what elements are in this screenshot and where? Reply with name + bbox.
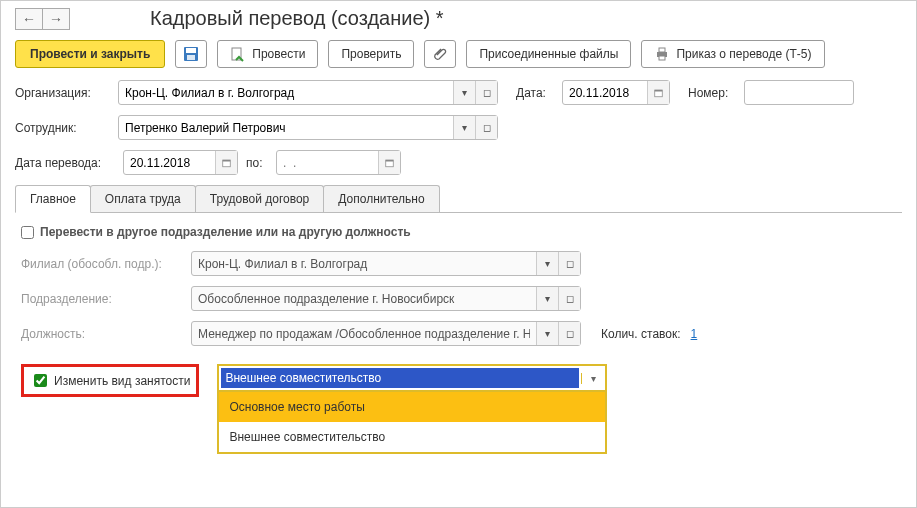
employee-input[interactable] <box>119 116 453 139</box>
position-open-button: ◻ <box>558 322 580 345</box>
position-field: ▾ ◻ <box>191 321 581 346</box>
department-input <box>192 287 536 310</box>
occupation-option-external[interactable]: Внешнее совместительство <box>219 422 605 452</box>
occupation-option-main[interactable]: Основное место работы <box>219 392 605 422</box>
chevron-down-icon: ▾ <box>545 328 550 339</box>
tab-contract[interactable]: Трудовой договор <box>195 185 324 212</box>
chevron-down-icon: ▾ <box>545 258 550 269</box>
to-date-field[interactable] <box>276 150 401 175</box>
occupation-selected: Внешнее совместительство <box>221 368 579 388</box>
position-label: Должность: <box>21 327 181 341</box>
number-label: Номер: <box>688 86 736 100</box>
employee-dropdown-button[interactable]: ▾ <box>453 116 475 139</box>
floppy-disk-icon <box>183 46 199 62</box>
occupation-dropdown[interactable]: Внешнее совместительство ▾ Основное мест… <box>217 364 607 392</box>
svg-rect-5 <box>659 48 665 52</box>
chevron-down-icon: ▾ <box>591 373 596 384</box>
organization-field[interactable]: ▾ ◻ <box>118 80 498 105</box>
branch-input <box>192 252 536 275</box>
position-dropdown-button: ▾ <box>536 322 558 345</box>
organization-dropdown-button[interactable]: ▾ <box>453 81 475 104</box>
date-field[interactable] <box>562 80 670 105</box>
printer-icon <box>654 46 670 62</box>
save-button[interactable] <box>175 40 207 68</box>
date-calendar-button[interactable] <box>647 81 669 104</box>
transfer-checkbox[interactable] <box>21 226 34 239</box>
branch-field: ▾ ◻ <box>191 251 581 276</box>
transfer-date-label: Дата перевода: <box>15 156 115 170</box>
branch-open-button: ◻ <box>558 252 580 275</box>
tab-extra[interactable]: Дополнительно <box>323 185 439 212</box>
tab-payment[interactable]: Оплата труда <box>90 185 196 212</box>
transfer-date-calendar-button[interactable] <box>215 151 237 174</box>
paperclip-icon <box>432 46 448 62</box>
branch-dropdown-button: ▾ <box>536 252 558 275</box>
chevron-down-icon: ▾ <box>545 293 550 304</box>
open-icon: ◻ <box>566 293 574 304</box>
page-title: Кадровый перевод (создание) * <box>150 7 444 30</box>
svg-rect-8 <box>655 90 663 92</box>
employee-field[interactable]: ▾ ◻ <box>118 115 498 140</box>
to-date-input[interactable] <box>277 151 378 174</box>
open-icon: ◻ <box>566 328 574 339</box>
calendar-icon <box>385 157 394 169</box>
date-input[interactable] <box>563 81 647 104</box>
svg-rect-6 <box>659 56 665 60</box>
nav-forward-button[interactable]: → <box>42 8 70 30</box>
to-label: по: <box>246 156 268 170</box>
number-field[interactable] <box>744 80 854 105</box>
post-icon <box>230 46 246 62</box>
position-input <box>192 322 536 345</box>
change-occupation-checkbox[interactable] <box>34 374 47 387</box>
department-label: Подразделение: <box>21 292 181 306</box>
post-button[interactable]: Провести <box>217 40 318 68</box>
chevron-down-icon: ▾ <box>462 87 467 98</box>
svg-rect-1 <box>186 48 196 53</box>
check-button[interactable]: Проверить <box>328 40 414 68</box>
occupation-dropdown-list: Основное место работы Внешнее совместите… <box>217 392 607 454</box>
attached-files-button[interactable]: Присоединенные файлы <box>466 40 631 68</box>
change-occupation-highlight: Изменить вид занятости <box>21 364 199 397</box>
transfer-order-label: Приказ о переводе (Т-5) <box>676 47 811 61</box>
post-button-label: Провести <box>252 47 305 61</box>
transfer-date-field[interactable] <box>123 150 238 175</box>
occupation-dropdown-toggle[interactable]: ▾ <box>581 373 605 384</box>
chevron-down-icon: ▾ <box>462 122 467 133</box>
arrow-left-icon: ← <box>22 11 36 27</box>
post-and-close-button[interactable]: Провести и закрыть <box>15 40 165 68</box>
svg-rect-10 <box>223 160 231 162</box>
nav-back-button[interactable]: ← <box>15 8 43 30</box>
organization-open-button[interactable]: ◻ <box>475 81 497 104</box>
date-label: Дата: <box>516 86 554 100</box>
to-date-calendar-button[interactable] <box>378 151 400 174</box>
open-icon: ◻ <box>566 258 574 269</box>
calendar-icon <box>654 87 663 99</box>
department-dropdown-button: ▾ <box>536 287 558 310</box>
organization-label: Организация: <box>15 86 110 100</box>
number-input[interactable] <box>745 81 853 104</box>
rates-link[interactable]: 1 <box>691 327 698 341</box>
transfer-order-button[interactable]: Приказ о переводе (Т-5) <box>641 40 824 68</box>
branch-label: Филиал (обособл. подр.): <box>21 257 181 271</box>
transfer-checkbox-label: Перевести в другое подразделение или на … <box>40 225 411 239</box>
organization-input[interactable] <box>119 81 453 104</box>
employee-open-button[interactable]: ◻ <box>475 116 497 139</box>
department-open-button: ◻ <box>558 287 580 310</box>
transfer-date-input[interactable] <box>124 151 215 174</box>
rates-label: Колич. ставок: <box>601 327 681 341</box>
open-icon: ◻ <box>483 122 491 133</box>
svg-rect-12 <box>386 160 394 162</box>
calendar-icon <box>222 157 231 169</box>
tab-main[interactable]: Главное <box>15 185 91 213</box>
svg-rect-2 <box>187 55 195 60</box>
arrow-right-icon: → <box>49 11 63 27</box>
change-occupation-label: Изменить вид занятости <box>54 374 190 388</box>
attach-button[interactable] <box>424 40 456 68</box>
employee-label: Сотрудник: <box>15 121 110 135</box>
department-field: ▾ ◻ <box>191 286 581 311</box>
open-icon: ◻ <box>483 87 491 98</box>
